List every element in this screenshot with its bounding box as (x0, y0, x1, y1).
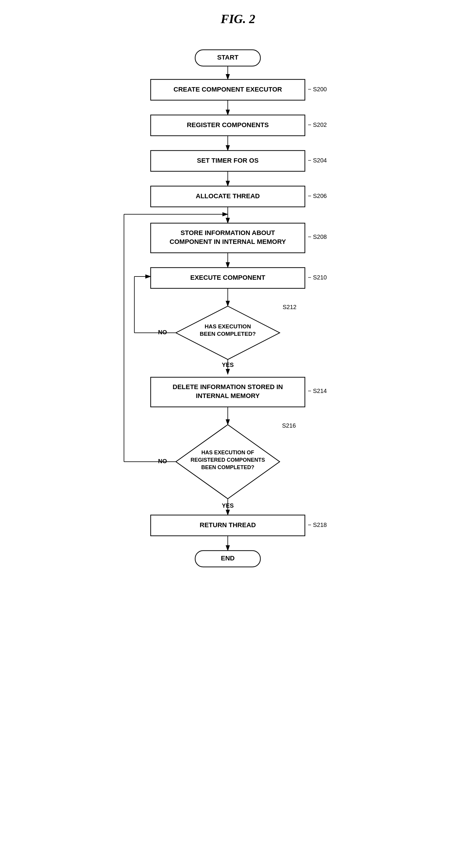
s218-label: − S218 (308, 522, 327, 528)
s210-label: − S210 (308, 274, 327, 281)
start-label: START (217, 54, 238, 61)
diagram-container: FIG. 2 START CREATE COMPONENT EXECUTOR −… (105, 12, 371, 856)
s214-text-line2: INTERNAL MEMORY (196, 392, 260, 400)
s204-text: SET TIMER FOR OS (197, 157, 259, 164)
s212-text-line2: BEEN COMPLETED? (200, 331, 256, 337)
s208-text-line1: STORE INFORMATION ABOUT (180, 229, 275, 237)
s208-label: − S208 (308, 234, 327, 240)
s218-text: RETURN THREAD (200, 521, 256, 529)
s200-label: − S200 (308, 86, 327, 92)
s206-label: − S206 (308, 193, 327, 199)
s214-text-line1: DELETE INFORMATION STORED IN (173, 383, 283, 391)
s216-text-line2: REGISTERED COMPONENTS (190, 457, 265, 463)
s216-text-line1: HAS EXECUTION OF (201, 450, 254, 456)
s212-text-line1: HAS EXECUTION (204, 323, 250, 330)
flowchart-svg: START CREATE COMPONENT EXECUTOR − S200 R… (105, 41, 371, 856)
s200-text: CREATE COMPONENT EXECUTOR (174, 86, 282, 93)
s212-no-label: NO (158, 329, 167, 336)
figure-title: FIG. 2 (221, 12, 255, 26)
s204-label: − S204 (308, 157, 327, 163)
s202-text: REGISTER COMPONENTS (186, 121, 268, 129)
s210-text: EXECUTE COMPONENT (190, 274, 265, 281)
s216-label: S216 (282, 422, 296, 429)
s214-label: − S214 (308, 388, 327, 394)
end-label: END (221, 555, 234, 562)
s206-text: ALLOCATE THREAD (196, 192, 260, 200)
s212-label: S212 (282, 304, 297, 310)
s208-text-line2: COMPONENT IN INTERNAL MEMORY (169, 238, 286, 245)
s202-label: − S202 (308, 122, 327, 128)
s216-text-line3: BEEN COMPLETED? (201, 464, 254, 470)
s216-no-label: NO (158, 458, 167, 464)
